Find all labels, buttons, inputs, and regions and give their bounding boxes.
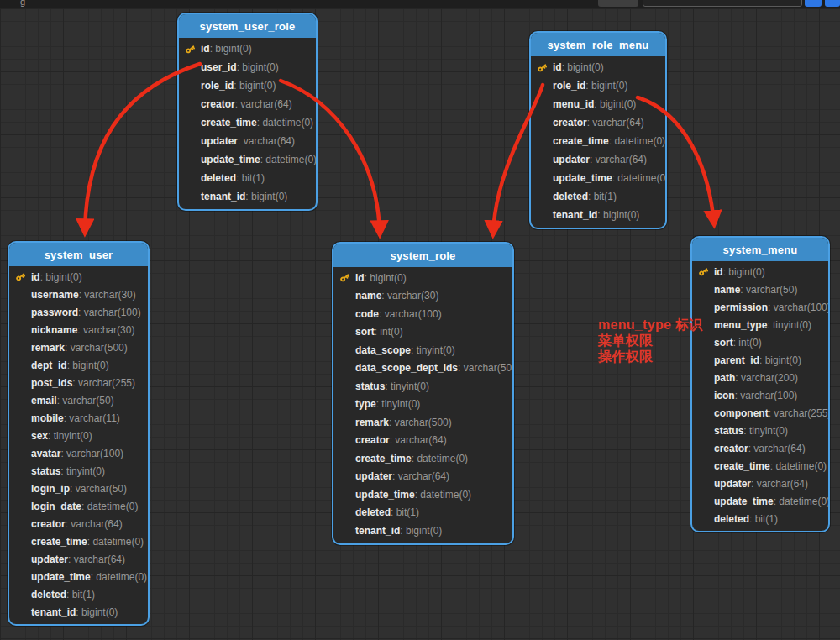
toolbar-search-input[interactable] [643, 0, 802, 7]
field-row-updater[interactable]: updater: varchar(64) [692, 475, 828, 492]
field-name: sort [714, 337, 733, 349]
field-row-remark[interactable]: remark: varchar(500) [9, 338, 148, 356]
field-row-path[interactable]: path: varchar(200) [692, 369, 828, 386]
table-title[interactable]: system_role [333, 244, 512, 267]
field-row-role_id[interactable]: role_id: bigint(0) [531, 76, 665, 95]
table-system_user_role[interactable]: system_user_role id: bigint(0)user_id: b… [177, 13, 318, 211]
table-title[interactable]: system_menu [692, 238, 828, 261]
field-row-deleted[interactable]: deleted: bit(1) [692, 510, 828, 527]
table-system_role[interactable]: system_role id: bigint(0)name: varchar(3… [332, 242, 514, 545]
field-row-username[interactable]: username: varchar(30) [9, 286, 148, 303]
field-name: icon [714, 390, 735, 401]
field-row-sort[interactable]: sort: int(0) [692, 333, 828, 351]
field-row-updater[interactable]: updater: varchar(64) [333, 468, 512, 486]
field-row-nickname[interactable]: nickname: varchar(30) [9, 321, 148, 338]
field-type: : tinyint(0) [743, 425, 788, 437]
field-name: deleted [355, 506, 391, 518]
field-row-code[interactable]: code: varchar(100) [333, 305, 512, 323]
table-title[interactable]: system_role_menu [531, 33, 665, 56]
field-row-tenant_id[interactable]: tenant_id: bigint(0) [531, 206, 665, 224]
field-row-creator[interactable]: creator: varchar(64) [531, 113, 665, 132]
field-row-tenant_id[interactable]: tenant_id: bigint(0) [179, 187, 316, 206]
field-name: update_time [355, 489, 415, 501]
field-row-login_ip[interactable]: login_ip: varchar(50) [9, 480, 148, 497]
field-type: : varchar(255) [769, 407, 830, 419]
field-row-user_id[interactable]: user_id: bigint(0) [179, 58, 316, 76]
field-row-parent_id[interactable]: parent_id: bigint(0) [692, 351, 828, 369]
field-row-update_time[interactable]: update_time: datetime(0) [333, 485, 512, 504]
field-row-id[interactable]: id: bigint(0) [333, 269, 512, 287]
field-type: : bigint(0) [67, 359, 109, 371]
field-row-avatar[interactable]: avatar: varchar(100) [9, 444, 148, 462]
field-row-create_time[interactable]: create_time: datetime(0) [333, 449, 512, 468]
field-row-menu_type[interactable]: menu_type: tinyint(0) [692, 316, 828, 333]
primary-key-icon [15, 271, 26, 282]
toolbar-gray-button[interactable] [598, 0, 638, 7]
field-row-id[interactable]: id: bigint(0) [9, 268, 148, 286]
field-row-update_time[interactable]: update_time: datetime(0) [692, 492, 828, 510]
field-row-deleted[interactable]: deleted: bit(1) [333, 504, 512, 522]
field-row-update_time[interactable]: update_time: datetime(0) [531, 169, 665, 187]
field-row-icon[interactable]: icon: varchar(100) [692, 386, 828, 404]
field-name: remark [31, 342, 65, 354]
field-row-sort[interactable]: sort: int(0) [333, 323, 512, 342]
field-row-id[interactable]: id: bigint(0) [179, 39, 316, 58]
table-system_role_menu[interactable]: system_role_menu id: bigint(0)role_id: b… [529, 31, 667, 229]
field-row-update_time[interactable]: update_time: datetime(0) [9, 568, 148, 585]
field-row-data_scope[interactable]: data_scope: tinyint(0) [333, 341, 512, 359]
field-name: path [714, 372, 735, 384]
field-type: : varchar(64) [587, 117, 644, 129]
field-name: password [31, 307, 78, 318]
table-title[interactable]: system_user_role [179, 14, 316, 38]
field-row-email[interactable]: email: varchar(50) [9, 391, 148, 409]
field-row-data_scope_dept_ids[interactable]: data_scope_dept_ids: varchar(500) [333, 359, 512, 378]
field-row-create_time[interactable]: create_time: datetime(0) [692, 457, 828, 475]
field-row-updater[interactable]: updater: varchar(64) [531, 150, 665, 169]
field-row-type[interactable]: type: tinyint(0) [333, 396, 512, 414]
field-row-deleted[interactable]: deleted: bit(1) [531, 187, 665, 206]
field-row-name[interactable]: name: varchar(30) [333, 287, 512, 306]
table-system_user[interactable]: system_user id: bigint(0)username: varch… [8, 241, 150, 626]
field-type: : datetime(0) [415, 489, 471, 501]
field-row-create_time[interactable]: create_time: datetime(0) [531, 132, 665, 150]
field-row-mobile[interactable]: mobile: varchar(11) [9, 409, 148, 427]
field-name: id [355, 272, 365, 284]
field-row-create_time[interactable]: create_time: datetime(0) [179, 113, 316, 132]
field-row-id[interactable]: id: bigint(0) [692, 263, 828, 281]
field-row-permission[interactable]: permission: varchar(100) [692, 298, 828, 316]
field-row-status[interactable]: status: tinyint(0) [333, 377, 512, 396]
field-name: create_time [201, 117, 257, 129]
field-row-creator[interactable]: creator: varchar(64) [179, 95, 316, 113]
field-row-password[interactable]: password: varchar(100) [9, 303, 148, 321]
field-row-updater[interactable]: updater: varchar(64) [179, 132, 316, 150]
field-row-creator[interactable]: creator: varchar(64) [9, 515, 148, 532]
field-row-dept_id[interactable]: dept_id: bigint(0) [9, 356, 148, 374]
field-row-name[interactable]: name: varchar(50) [692, 281, 828, 298]
field-type: : varchar(100) [78, 307, 141, 318]
toolbar-blue-button-2[interactable] [825, 0, 840, 7]
field-row-update_time[interactable]: update_time: datetime(0) [179, 150, 316, 169]
field-row-status[interactable]: status: tinyint(0) [9, 462, 148, 480]
field-row-tenant_id[interactable]: tenant_id: bigint(0) [9, 603, 148, 621]
field-row-tenant_id[interactable]: tenant_id: bigint(0) [333, 522, 512, 540]
field-row-remark[interactable]: remark: varchar(500) [333, 413, 512, 432]
field-row-menu_id[interactable]: menu_id: bigint(0) [531, 95, 665, 113]
table-title[interactable]: system_user [9, 243, 148, 266]
field-row-id[interactable]: id: bigint(0) [531, 58, 665, 76]
field-name: avatar [31, 448, 60, 459]
toolbar-blue-button-1[interactable] [805, 0, 822, 7]
field-row-deleted[interactable]: deleted: bit(1) [179, 169, 316, 187]
field-row-creator[interactable]: creator: varchar(64) [692, 439, 828, 457]
field-row-status[interactable]: status: tinyint(0) [692, 422, 828, 439]
field-row-login_date[interactable]: login_date: datetime(0) [9, 497, 148, 515]
canvas-annotation[interactable]: menu_type 标识 菜单权限 操作权限 [598, 317, 703, 365]
field-row-creator[interactable]: creator: varchar(64) [333, 432, 512, 450]
field-row-create_time[interactable]: create_time: datetime(0) [9, 532, 148, 550]
table-system_menu[interactable]: system_menu id: bigint(0)name: varchar(5… [690, 236, 830, 532]
field-name: name [355, 290, 381, 302]
field-row-post_ids[interactable]: post_ids: varchar(255) [9, 374, 148, 391]
field-row-sex[interactable]: sex: tinyint(0) [9, 427, 148, 444]
field-row-component[interactable]: component: varchar(255) [692, 404, 828, 422]
field-row-deleted[interactable]: deleted: bit(1) [9, 585, 148, 603]
field-row-updater[interactable]: updater: varchar(64) [9, 550, 148, 568]
